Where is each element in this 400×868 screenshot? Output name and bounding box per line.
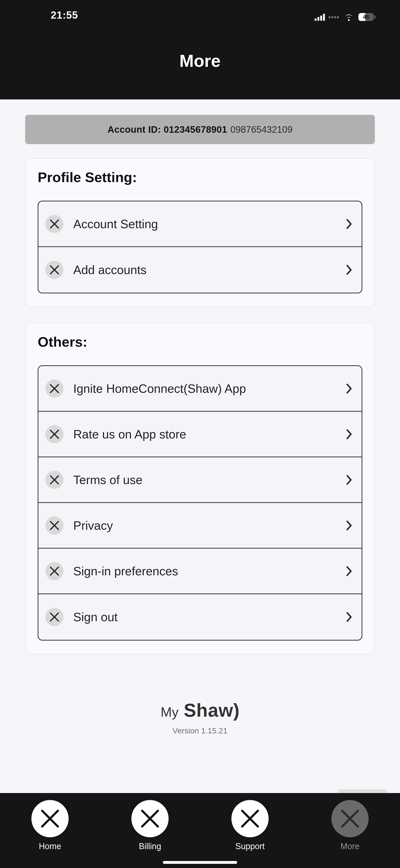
row-account-setting[interactable]: Account Setting [38,202,362,247]
battery-percent: 46 [358,13,374,21]
home-icon [31,800,69,837]
svg-rect-1 [318,17,319,21]
row-label: Ignite HomeConnect(Shaw) App [73,382,346,396]
app-version: Version 1.15.21 [25,726,375,735]
tab-bar: Home Billing Support More [0,793,400,868]
profile-section-title: Profile Setting: [38,169,362,185]
support-icon [231,800,269,837]
row-label: Terms of use [73,473,346,487]
brand-logo: My Shaw) [25,700,375,721]
tab-label: More [340,841,360,851]
others-card: Others: Ignite HomeConnect(Shaw) App Rat… [25,323,375,654]
chevron-right-icon [346,566,352,576]
row-label: Sign out [73,610,346,624]
placeholder-icon [45,425,64,443]
tab-billing[interactable]: Billing [100,793,200,868]
row-label: Sign-in preferences [73,564,346,578]
chevron-right-icon [346,429,352,439]
chevron-right-icon [346,475,352,485]
others-list: Ignite HomeConnect(Shaw) App Rate us on … [38,365,362,641]
page-title: More [179,51,221,71]
svg-rect-7 [329,16,330,18]
placeholder-icon [45,562,64,580]
row-label: Account Setting [73,217,346,231]
row-signin-preferences[interactable]: Sign-in preferences [38,549,362,594]
row-label: Add accounts [73,263,346,277]
profile-setting-card: Profile Setting: Account Setting Add acc… [25,158,375,307]
tab-support[interactable]: Support [200,793,300,868]
placeholder-icon [45,471,64,489]
placeholder-icon [45,379,64,398]
placeholder-icon [45,608,64,626]
placeholder-icon [45,517,64,535]
chevron-right-icon [346,520,352,531]
svg-rect-10 [337,16,339,18]
row-add-accounts[interactable]: Add accounts [38,247,362,293]
placeholder-icon [45,261,64,279]
account-id-secondary: 098765432109 [230,124,293,135]
status-time: 21:55 [51,9,78,21]
placeholder-icon [45,215,64,233]
tab-more[interactable]: More [300,793,400,868]
page-header: More [0,22,400,99]
status-indicators: 46 [315,13,375,21]
home-indicator[interactable] [163,861,237,864]
scroll-indicator [338,789,387,793]
svg-rect-9 [334,16,336,18]
chevron-right-icon [346,219,352,229]
svg-rect-0 [315,19,316,21]
cellular-dots-icon [329,16,339,19]
account-id-banner[interactable]: Account ID: 012345678901 098765432109 [25,115,375,144]
cellular-signal-icon [315,13,327,21]
account-id-label: Account ID: 012345678901 [107,124,227,135]
tab-label: Billing [139,841,161,851]
svg-rect-2 [320,16,322,21]
svg-rect-3 [323,14,325,21]
others-section-title: Others: [38,334,362,350]
row-label: Rate us on App store [73,427,346,441]
tab-label: Support [235,841,265,851]
chevron-right-icon [346,265,352,275]
status-bar: 21:55 46 [0,0,400,22]
brand-block: My Shaw) Version 1.15.21 [25,700,375,735]
more-icon [331,800,369,837]
chevron-right-icon [346,612,352,622]
row-ignite-homeconnect[interactable]: Ignite HomeConnect(Shaw) App [38,366,362,412]
battery-icon: 46 [358,13,375,21]
wifi-icon [343,13,354,21]
row-sign-out[interactable]: Sign out [38,594,362,640]
tab-home[interactable]: Home [0,793,100,868]
billing-icon [131,800,169,837]
tab-label: Home [39,841,61,851]
row-label: Privacy [73,519,346,532]
row-privacy[interactable]: Privacy [38,503,362,549]
profile-list: Account Setting Add accounts [38,201,362,293]
svg-rect-8 [331,16,333,18]
row-rate-us[interactable]: Rate us on App store [38,412,362,457]
chevron-right-icon [346,383,352,394]
row-terms-of-use[interactable]: Terms of use [38,457,362,503]
